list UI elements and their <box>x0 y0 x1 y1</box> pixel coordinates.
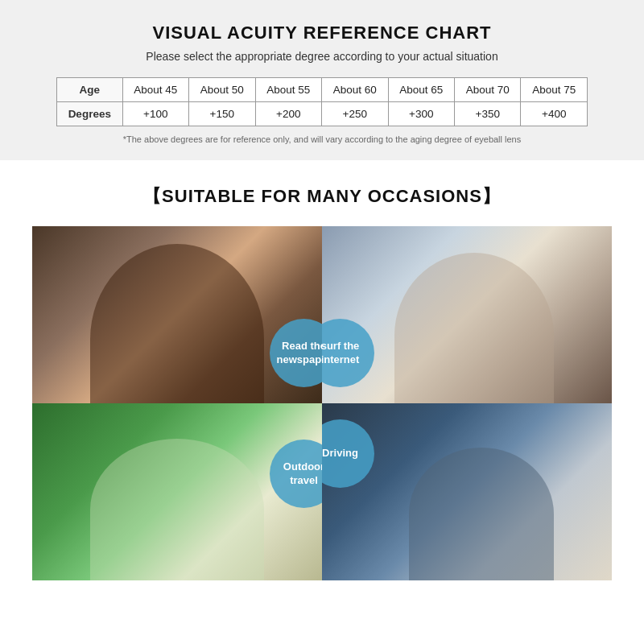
degree-300: +300 <box>388 102 454 126</box>
grid-cell-internet: surf the internet <box>322 226 612 403</box>
degree-400: +400 <box>521 102 588 126</box>
acuity-table: Age About 45 About 50 About 55 About 60 … <box>56 77 588 126</box>
label-driving: Driving <box>322 419 374 488</box>
image-grid: Read the newspaper surf the internet Out… <box>32 226 612 580</box>
age-60: About 60 <box>322 78 388 102</box>
label-outdoor: Outdoor travel <box>270 440 322 508</box>
label-reading: Read the newspaper <box>270 319 322 387</box>
occasions-section: 【SUITABLE FOR MANY OCCASIONS】 Read the n… <box>0 160 644 580</box>
degrees-label: Degrees <box>57 102 123 126</box>
degree-200: +200 <box>255 102 321 126</box>
age-label: Age <box>57 78 123 102</box>
chart-subtitle: Please select the appropriate degree acc… <box>32 50 612 63</box>
degree-350: +350 <box>454 102 520 126</box>
age-70: About 70 <box>454 78 520 102</box>
age-50: About 50 <box>189 78 255 102</box>
table-row-age: Age About 45 About 50 About 55 About 60 … <box>57 78 588 102</box>
table-row-degrees: Degrees +100 +150 +200 +250 +300 +350 +4… <box>57 102 588 126</box>
age-65: About 65 <box>388 78 454 102</box>
age-55: About 55 <box>255 78 321 102</box>
grid-cell-outdoor: Outdoor travel <box>32 403 322 580</box>
occasions-title: 【SUITABLE FOR MANY OCCASIONS】 <box>32 184 612 208</box>
grid-cell-reading: Read the newspaper <box>32 226 322 403</box>
chart-title: VISUAL ACUITY REFERENCE CHART <box>32 23 612 43</box>
age-45: About 45 <box>122 78 188 102</box>
chart-section: VISUAL ACUITY REFERENCE CHART Please sel… <box>0 0 644 160</box>
grid-cell-driving: Driving <box>322 403 612 580</box>
degree-250: +250 <box>322 102 388 126</box>
label-internet: surf the internet <box>322 319 374 387</box>
age-75: About 75 <box>521 78 588 102</box>
degree-150: +150 <box>189 102 255 126</box>
chart-note: *The above degrees are for reference onl… <box>32 134 612 144</box>
degree-100: +100 <box>122 102 188 126</box>
